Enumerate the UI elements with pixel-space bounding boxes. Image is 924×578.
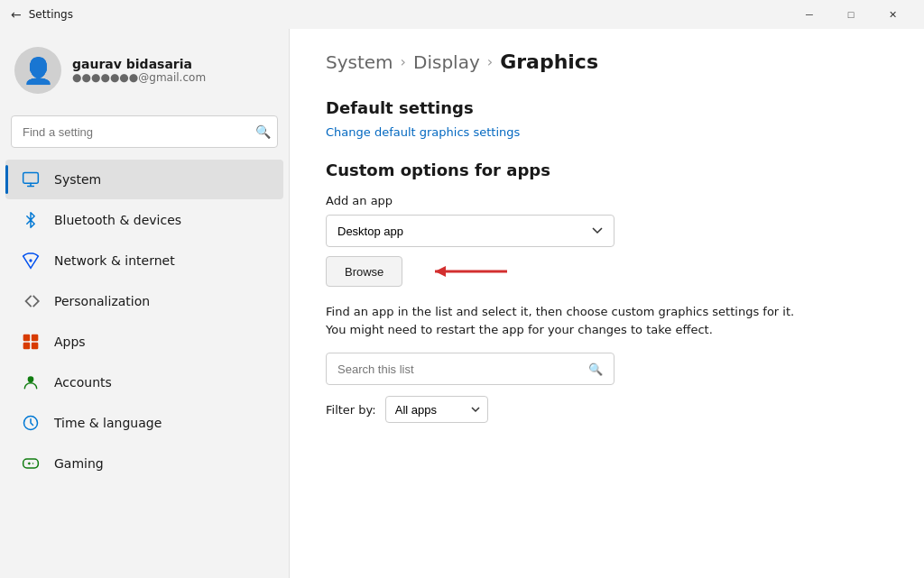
personalization-icon [20,290,42,312]
breadcrumb-display[interactable]: Display [413,51,480,73]
sidebar-item-personalization-label: Personalization [54,294,150,308]
sidebar-item-time-label: Time & language [54,416,162,430]
default-settings-link[interactable]: Change default graphics settings [326,125,520,139]
description-text: Find an app in the list and select it, t… [326,303,795,338]
avatar: 👤 [14,47,61,94]
sidebar-nav: System Bluetooth & devices [0,159,289,484]
close-button[interactable]: ✕ [872,0,913,29]
svg-point-1 [29,259,32,261]
bluetooth-icon [20,209,42,231]
main-content: System › Display › Graphics Default sett… [289,29,924,578]
user-email: ●●●●●●●@gmail.com [72,71,206,84]
breadcrumb-current: Graphics [500,50,598,73]
filter-row: Filter by: All apps Classic apps Store a… [326,396,888,423]
system-icon [20,169,42,190]
back-icon[interactable]: ← [11,7,22,22]
default-settings-section: Default settings Change default graphics… [326,98,888,161]
custom-options-title: Custom options for apps [326,161,888,179]
sidebar-item-gaming[interactable]: Gaming [5,444,283,483]
svg-rect-5 [32,343,39,350]
red-arrow-icon [417,258,525,285]
filter-dropdown[interactable]: All apps Classic apps Store apps [385,396,488,423]
apps-icon [20,331,42,353]
search-input[interactable] [11,115,278,148]
user-name: gaurav bidasaria [72,57,206,71]
title-bar-left: ← Settings [11,7,73,22]
user-info: gaurav bidasaria ●●●●●●●@gmail.com [72,57,206,84]
add-app-label: Add an app [326,194,888,207]
custom-options-section: Custom options for apps Add an app Deskt… [326,161,888,423]
browse-row: Browse [326,256,888,287]
sidebar-item-accounts[interactable]: Accounts [5,362,283,402]
breadcrumb-sep1: › [401,53,406,70]
user-profile[interactable]: 👤 gaurav bidasaria ●●●●●●●@gmail.com [0,29,289,108]
svg-point-8 [32,463,34,464]
sidebar-item-network[interactable]: Network & internet [5,241,283,280]
sidebar-item-network-label: Network & internet [54,253,175,268]
browse-button[interactable]: Browse [326,256,402,287]
breadcrumb: System › Display › Graphics [326,50,888,73]
dropdown-row: Desktop app Microsoft Store app [326,215,888,247]
window-controls: ─ □ ✕ [789,0,913,29]
sidebar-item-gaming-label: Gaming [54,456,104,471]
search-box: 🔍 [11,115,278,148]
avatar-icon: 👤 [23,56,54,86]
filter-label: Filter by: [326,403,376,417]
desktop-app-dropdown[interactable]: Desktop app Microsoft Store app [326,215,614,247]
sidebar-item-time[interactable]: Time & language [5,403,283,443]
accounts-icon [20,372,42,393]
sidebar-item-system-label: System [54,172,101,187]
sidebar-item-system[interactable]: System [5,160,283,199]
sidebar-item-accounts-label: Accounts [54,375,112,390]
network-icon [20,250,42,271]
svg-rect-4 [23,343,31,350]
sidebar-item-personalization[interactable]: Personalization [5,281,283,321]
svg-point-6 [28,376,34,382]
title-bar: ← Settings ─ □ ✕ [0,0,924,29]
sidebar-item-bluetooth[interactable]: Bluetooth & devices [5,200,283,240]
default-settings-title: Default settings [326,98,888,117]
sidebar-item-apps[interactable]: Apps [5,322,283,362]
search-icon[interactable]: 🔍 [255,124,271,139]
time-icon [20,412,42,434]
svg-rect-0 [23,173,39,184]
sidebar-item-bluetooth-label: Bluetooth & devices [54,213,181,227]
maximize-button[interactable]: □ [830,0,872,29]
search-list-input[interactable] [337,362,588,376]
svg-rect-3 [32,335,39,342]
app-body: 👤 gaurav bidasaria ●●●●●●●@gmail.com 🔍 [0,29,924,578]
arrow-annotation [417,258,525,285]
window-title: Settings [29,8,73,21]
search-list-icon: 🔍 [588,362,603,376]
breadcrumb-sep2: › [487,53,493,70]
search-list-box[interactable]: 🔍 [326,353,614,385]
gaming-icon [20,453,42,474]
minimize-button[interactable]: ─ [789,0,830,29]
breadcrumb-system[interactable]: System [326,51,393,73]
sidebar: 👤 gaurav bidasaria ●●●●●●●@gmail.com 🔍 [0,29,289,578]
sidebar-item-apps-label: Apps [54,335,86,349]
svg-rect-2 [23,335,31,342]
svg-marker-10 [435,266,446,277]
